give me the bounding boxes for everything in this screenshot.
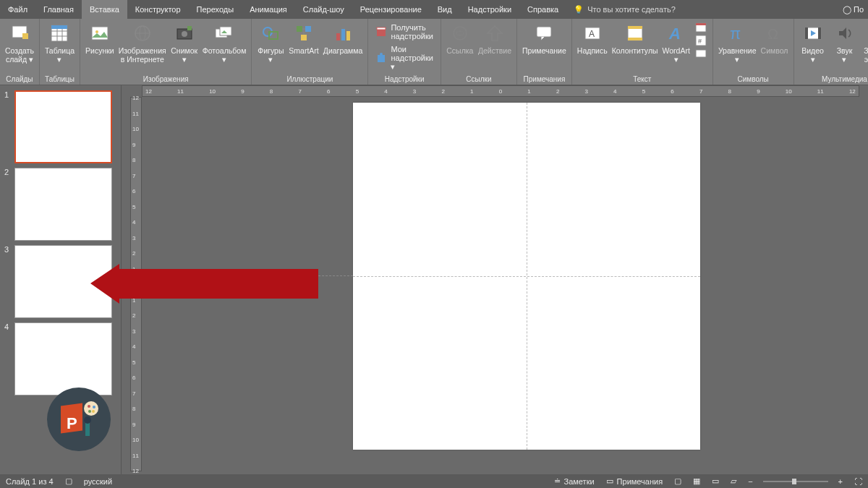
- svg-rect-45: [696, 50, 706, 57]
- slide-thumb-1[interactable]: 1: [0, 88, 121, 166]
- notes-icon: ≐: [554, 476, 561, 486]
- wordart-button[interactable]: A WordArt ▾: [660, 20, 692, 65]
- screen-recording-icon: [865, 22, 869, 45]
- group-comments-label: Примечания: [520, 75, 569, 85]
- group-symbols-label: Символы: [716, 75, 791, 85]
- status-bar: Слайд 1 из 4 ▢ русский ≐Заметки ▭Примеча…: [0, 474, 868, 488]
- new-slide-button[interactable]: Создать слайд ▾: [3, 20, 36, 65]
- tab-animations[interactable]: Анимация: [242, 0, 295, 19]
- photo-album-button[interactable]: Фотоальбом ▾: [200, 20, 249, 65]
- chart-button[interactable]: Диаграмма: [321, 20, 365, 56]
- view-slideshow-button[interactable]: ▱: [725, 476, 742, 486]
- online-pictures-icon: [131, 22, 154, 45]
- textbox-icon: A: [581, 22, 604, 45]
- svg-rect-39: [628, 38, 642, 40]
- audio-label: Звук ▾: [837, 46, 853, 64]
- photo-album-icon: [213, 22, 236, 45]
- video-label: Видео ▾: [801, 46, 824, 64]
- view-normal-button[interactable]: ▢: [668, 476, 687, 486]
- spellcheck-button[interactable]: ▢: [59, 476, 78, 486]
- screen-recording-button[interactable]: Запись экрана: [861, 20, 869, 65]
- comments-button[interactable]: ▭Примечания: [600, 476, 669, 486]
- audio-button[interactable]: Звук ▾: [829, 20, 861, 65]
- tab-view[interactable]: Вид: [430, 0, 460, 19]
- textbox-label: Надпись: [577, 46, 608, 55]
- slide-thumb-2[interactable]: 2: [0, 166, 121, 243]
- tab-addins[interactable]: Надстройки: [460, 0, 519, 19]
- spellcheck-icon: ▢: [65, 476, 72, 486]
- zoom-slider[interactable]: [763, 481, 828, 482]
- video-button[interactable]: Видео ▾: [797, 20, 829, 65]
- shapes-button[interactable]: Фигуры ▾: [255, 20, 286, 65]
- action-button: Действие: [476, 20, 514, 56]
- view-sorter-button[interactable]: ▦: [687, 476, 706, 486]
- group-links: Ссылка Действие Ссылки: [441, 19, 517, 85]
- my-addins-button[interactable]: Мои надстройки ▾: [374, 43, 434, 73]
- slide-counter[interactable]: Слайд 1 из 4: [0, 477, 59, 486]
- view-reading-button[interactable]: ▭: [706, 476, 725, 486]
- tab-review[interactable]: Рецензирование: [352, 0, 430, 19]
- object-icon[interactable]: [695, 48, 707, 59]
- group-tables-label: Таблицы: [43, 75, 77, 85]
- language-button[interactable]: русский: [78, 477, 118, 486]
- group-slides-label: Слайды: [3, 75, 36, 85]
- slide-canvas[interactable]: [353, 103, 700, 450]
- svg-point-9: [95, 30, 98, 33]
- view-slideshow-icon: ▱: [731, 476, 736, 486]
- svg-rect-8: [92, 27, 108, 40]
- zoom-out-button[interactable]: −: [742, 477, 758, 486]
- get-addins-button[interactable]: Получить надстройки: [374, 22, 434, 42]
- view-reading-icon: ▭: [712, 476, 719, 486]
- tab-slideshow[interactable]: Слайд-шоу: [295, 0, 352, 19]
- comment-button[interactable]: Примечание: [520, 20, 569, 56]
- table-button[interactable]: Таблица ▾: [43, 20, 77, 65]
- tab-file[interactable]: Файл: [0, 0, 35, 19]
- svg-rect-22: [301, 35, 307, 40]
- slide-number-icon[interactable]: #: [695, 35, 707, 46]
- svg-text:#: #: [698, 38, 702, 45]
- view-sorter-icon: ▦: [693, 476, 700, 486]
- zoom-in-button[interactable]: +: [833, 477, 848, 486]
- my-addins-label: Мои надстройки ▾: [391, 45, 433, 72]
- svg-point-31: [380, 53, 383, 56]
- svg-rect-20: [297, 26, 302, 32]
- online-pictures-button[interactable]: Изображения в Интернете: [116, 20, 169, 65]
- notes-button[interactable]: ≐Заметки: [548, 476, 600, 486]
- group-images-label: Изображения: [83, 75, 248, 85]
- header-footer-button[interactable]: Колонтитулы: [610, 20, 660, 56]
- svg-point-60: [88, 405, 90, 408]
- screen-recording-label: Запись экрана: [864, 46, 868, 64]
- group-media: Видео ▾ Звук ▾ Запись экрана Мультимедиа: [794, 19, 869, 85]
- pictures-button[interactable]: Рисунки: [83, 20, 116, 56]
- smartart-button[interactable]: SmartArt: [286, 20, 320, 56]
- table-icon: [48, 22, 71, 45]
- comments-icon: ▭: [606, 476, 613, 486]
- tab-design[interactable]: Конструктор: [127, 0, 189, 19]
- equation-button[interactable]: π Уравнение ▾: [716, 20, 759, 65]
- tab-help[interactable]: Справка: [519, 0, 566, 19]
- shapes-label: Фигуры ▾: [258, 46, 284, 64]
- screenshot-button[interactable]: Снимок ▾: [169, 20, 200, 65]
- account-label: По: [854, 5, 864, 14]
- menu-bar: Файл Главная Вставка Конструктор Переход…: [0, 0, 868, 19]
- textbox-button[interactable]: A Надпись: [575, 20, 610, 56]
- wordart-icon: A: [665, 22, 688, 45]
- symbol-button: Ω Символ: [759, 20, 791, 56]
- group-addins: Получить надстройки Мои надстройки ▾ Над…: [368, 19, 441, 85]
- wordart-label: WordArt ▾: [663, 46, 690, 64]
- svg-rect-64: [85, 423, 90, 436]
- tell-me-search[interactable]: 💡 Что вы хотите сделать?: [566, 0, 683, 19]
- tab-home[interactable]: Главная: [35, 0, 82, 19]
- date-time-icon[interactable]: [695, 22, 707, 33]
- slide-thumb-4[interactable]: 4: [0, 320, 121, 398]
- powerpoint-logo-badge: P: [47, 388, 111, 451]
- account-button[interactable]: ◯ По: [838, 0, 868, 19]
- tab-insert[interactable]: Вставка: [82, 0, 127, 19]
- link-label: Ссылка: [446, 46, 473, 55]
- fit-window-button[interactable]: ⛶: [848, 477, 868, 486]
- tab-transitions[interactable]: Переходы: [189, 0, 242, 19]
- photo-album-label: Фотоальбом ▾: [203, 46, 247, 64]
- svg-rect-17: [220, 27, 231, 35]
- new-slide-icon: [8, 22, 31, 45]
- svg-point-65: [84, 416, 91, 424]
